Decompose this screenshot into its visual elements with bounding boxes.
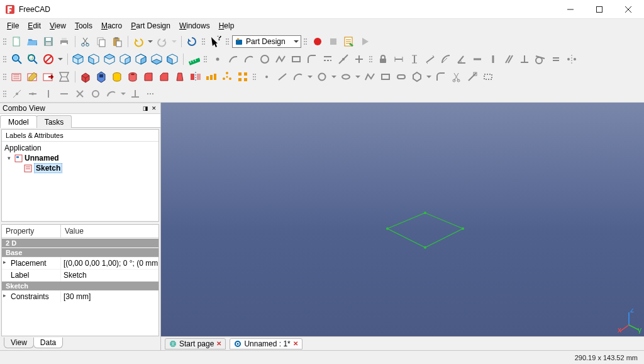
prop-constraints[interactable]: ▸Constraints [30 mm] (2, 290, 158, 302)
prop-tab-data[interactable]: Data (33, 338, 63, 348)
con-angle-icon[interactable] (454, 52, 469, 67)
draft-icon[interactable] (172, 69, 187, 84)
view-front-icon[interactable] (86, 52, 101, 67)
workbench-selector[interactable]: Part Design (232, 35, 301, 48)
tree-body[interactable]: Application ▾ Unnamed Sketch (2, 142, 158, 221)
polar-pattern-icon[interactable] (219, 69, 235, 84)
tree-root[interactable]: Application (4, 143, 156, 153)
c-arc-icon[interactable] (104, 86, 119, 101)
new-file-icon[interactable] (9, 34, 25, 49)
panel-close-icon[interactable]: ✕ (150, 105, 158, 112)
con-tangent-icon[interactable] (533, 52, 548, 67)
draw-style-dropdown-icon[interactable] (57, 52, 64, 67)
macro-stop-icon[interactable] (326, 34, 341, 49)
zoom-fit-icon[interactable] (9, 52, 25, 67)
toolbar-grip[interactable] (369, 52, 373, 67)
close-icon[interactable]: ✕ (216, 340, 221, 347)
tree-doc[interactable]: ▾ Unnamed (4, 153, 156, 163)
sk-circle-icon[interactable] (257, 52, 272, 67)
chamfer-icon[interactable] (157, 69, 172, 84)
copy-icon[interactable] (94, 34, 109, 49)
sk-external-icon[interactable] (336, 52, 351, 67)
redo-dropdown-icon[interactable] (170, 34, 178, 49)
g-external-icon[interactable] (465, 69, 480, 84)
macro-play-icon[interactable] (357, 34, 372, 49)
revolve-icon[interactable] (109, 69, 125, 84)
menu-tools[interactable]: Tools (70, 20, 97, 31)
edit-sketch-icon[interactable] (25, 69, 40, 84)
con-equal-icon[interactable] (548, 52, 564, 67)
toolbar-grip[interactable] (3, 52, 7, 67)
sk-trim-icon[interactable] (320, 52, 335, 67)
sk-polyline-icon[interactable] (273, 52, 288, 67)
con-horizdist-icon[interactable] (391, 52, 406, 67)
doc-tab-startpage[interactable]: Start page ✕ (165, 338, 226, 350)
refresh-icon[interactable] (184, 34, 199, 49)
close-button[interactable] (614, 0, 643, 19)
tab-model[interactable]: Model (0, 115, 37, 128)
macro-list-icon[interactable] (341, 34, 357, 49)
menu-edit[interactable]: Edit (23, 20, 45, 31)
view-sketch-icon[interactable] (57, 69, 72, 84)
menu-macro[interactable]: Macro (97, 20, 126, 31)
prop-placement[interactable]: ▸Placement [(0,00 0,00 1,00); 0 °; (0 mm… (2, 257, 158, 269)
undo-dropdown-icon[interactable] (147, 34, 154, 49)
g-line-icon[interactable] (275, 69, 290, 84)
measure-icon[interactable] (186, 52, 201, 67)
redo-icon[interactable] (155, 34, 170, 49)
g-arc-icon[interactable] (291, 69, 306, 84)
con-horiz-icon[interactable] (470, 52, 485, 67)
sk-point-icon[interactable] (210, 52, 225, 67)
sk-line-icon[interactable] (226, 52, 241, 67)
undo-icon[interactable] (131, 34, 146, 49)
mirror-icon[interactable] (188, 69, 203, 84)
toolbar-grip[interactable] (204, 52, 208, 67)
toolbar-grip[interactable] (304, 34, 308, 49)
doc-tab-unnamed[interactable]: Unnamed : 1* ✕ (230, 338, 302, 350)
save-icon[interactable] (41, 34, 56, 49)
macro-record-icon[interactable] (310, 34, 325, 49)
c-perp-icon[interactable] (128, 86, 143, 101)
cut-icon[interactable] (78, 34, 93, 49)
c-fix-icon[interactable] (72, 86, 87, 101)
view-rear-icon[interactable] (133, 52, 148, 67)
con-symmetric-icon[interactable] (564, 52, 579, 67)
g-slot-icon[interactable] (394, 69, 409, 84)
expand-icon[interactable]: ▾ (6, 155, 12, 161)
menu-windows[interactable]: Windows (175, 20, 214, 31)
g-fillet-icon[interactable] (433, 69, 448, 84)
view-bottom-icon[interactable] (149, 52, 164, 67)
g-arc-dd-icon[interactable] (306, 69, 314, 84)
con-perp-icon[interactable] (517, 52, 532, 67)
g-circle-icon[interactable] (314, 69, 330, 84)
con-vertdist-icon[interactable] (407, 52, 422, 67)
g-rect-icon[interactable] (378, 69, 393, 84)
groove-icon[interactable] (125, 69, 140, 84)
toolbar-grip[interactable] (3, 69, 7, 84)
view-left-icon[interactable] (165, 52, 180, 67)
prop-placement-value[interactable]: [(0,00 0,00 1,00); 0 °; (0 mm 0 mm ... (61, 258, 158, 269)
sk-rectangle-icon[interactable] (289, 52, 304, 67)
draw-style-icon[interactable] (41, 52, 56, 67)
fillet-icon[interactable] (141, 69, 156, 84)
menu-partdesign[interactable]: Part Design (126, 20, 175, 31)
con-length-icon[interactable] (423, 52, 438, 67)
g-hexagon-dd-icon[interactable] (425, 69, 433, 84)
prop-label[interactable]: Label Sketch (2, 269, 158, 281)
c-vert-icon[interactable] (41, 86, 56, 101)
con-lock-icon[interactable] (375, 52, 391, 67)
minimize-button[interactable] (556, 0, 585, 19)
print-icon[interactable] (57, 34, 72, 49)
multitransform-icon[interactable] (235, 69, 250, 84)
3d-viewport[interactable]: z y x (161, 103, 644, 336)
maximize-button[interactable] (585, 0, 614, 19)
c-dotted-icon[interactable] (143, 86, 158, 101)
pocket-icon[interactable] (94, 69, 109, 84)
c-coincident-icon[interactable] (9, 86, 25, 101)
leave-sketch-icon[interactable] (41, 69, 56, 84)
g-trim-icon[interactable] (449, 69, 464, 84)
linear-pattern-icon[interactable] (204, 69, 219, 84)
g-construction-icon[interactable] (480, 69, 496, 84)
toolbar-grip[interactable] (253, 69, 257, 84)
pad-icon[interactable] (78, 69, 93, 84)
